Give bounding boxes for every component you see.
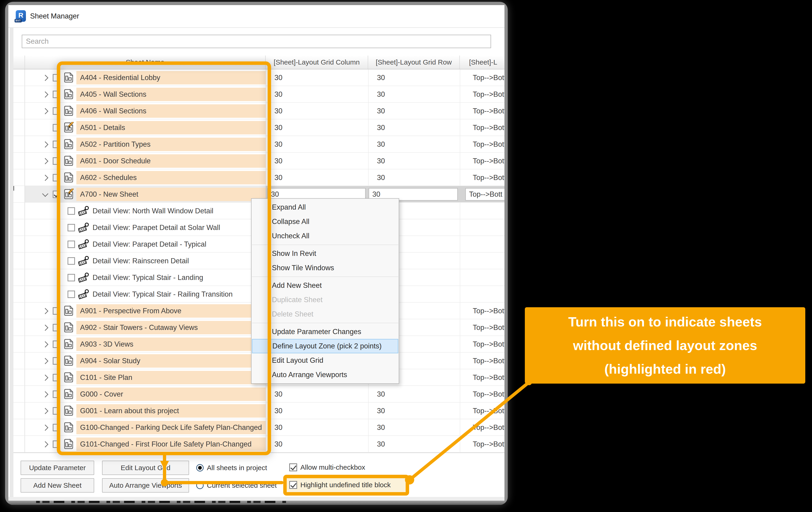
sheet-row[interactable]: G000 - Cover30 30 Top-->Bott (13, 386, 504, 402)
sheet-name-cell[interactable]: A903 - 3D Views (76, 337, 266, 351)
row-checkbox[interactable] (53, 91, 60, 98)
sheet-name: A700 - New Sheet (76, 188, 266, 201)
sheet-name-cell[interactable]: G101-Changed - First Floor Life Safety P… (76, 438, 266, 451)
chevron-right-icon[interactable] (42, 158, 48, 164)
radio-all-sheets[interactable]: All sheets in project (196, 464, 267, 472)
sheet-row[interactable]: A405 - Wall Sections30 30 Top-->Bott (13, 86, 504, 103)
row-checkbox[interactable] (53, 407, 60, 415)
sheet-row[interactable]: A601 - Door Schedule30 30 Top-->Bott (13, 153, 504, 169)
chevron-right-icon[interactable] (42, 141, 48, 148)
sheet-row[interactable]: G001 - Learn about this project30 30 Top… (13, 402, 504, 419)
header-layout-grid-row[interactable]: [Sheet]-Layout Grid Row (368, 56, 460, 69)
checkbox-highlight-undefined[interactable]: Highlight undefined title block (289, 481, 390, 489)
row-checkbox[interactable] (53, 374, 60, 381)
sheet-name-cell[interactable]: A404 - Residential Lobby (76, 71, 266, 85)
update-parameter-button[interactable]: Update Parameter (21, 461, 94, 475)
row-checkbox[interactable] (53, 174, 60, 181)
menu-item-auto-arrange-viewports[interactable]: Auto Arrange Viewports (252, 368, 399, 382)
row-checkbox[interactable] (53, 441, 60, 448)
sheet-name-cell[interactable]: A902 - Stair Towers - Cutaway Views (76, 321, 266, 334)
search-input[interactable]: Search (22, 35, 491, 48)
menu-item-update-parameter-changes[interactable]: Update Parameter Changes (252, 325, 399, 339)
chevron-right-icon[interactable] (42, 75, 48, 81)
chevron-right-icon[interactable] (42, 408, 48, 414)
row-checkbox[interactable] (53, 424, 60, 431)
chevron-right-icon[interactable] (42, 441, 48, 447)
edit-layout-grid-button[interactable]: Edit Layout Grid (102, 461, 189, 475)
header-sheet-name[interactable]: Sheet Name (25, 56, 266, 69)
radio-icon[interactable] (196, 464, 204, 472)
sheet-row[interactable]: A404 - Residential Lobby30 30 Top-->Bott (13, 69, 504, 86)
sheet-name-cell[interactable]: G001 - Learn about this project (76, 404, 266, 418)
sheet-name-cell[interactable]: A406 - Wall Sections (76, 104, 266, 118)
chevron-right-icon[interactable] (42, 91, 48, 98)
row-checkbox[interactable] (53, 357, 60, 365)
row-checkbox[interactable] (53, 307, 60, 315)
sheet-row[interactable]: G100-Changed - Parking Deck Life Safety … (13, 419, 504, 436)
row-checkbox[interactable] (53, 141, 60, 148)
chevron-right-icon[interactable] (42, 374, 48, 381)
row-checkbox[interactable] (67, 224, 75, 231)
auto-arrange-viewports-button[interactable]: Auto Arrange Viewports (102, 478, 189, 492)
row-checkbox[interactable] (53, 124, 60, 131)
menu-item-expand-all[interactable]: Expand All (252, 200, 399, 214)
row-checkbox[interactable] (67, 274, 75, 281)
row-checkbox[interactable] (53, 340, 60, 348)
chevron-right-icon[interactable] (42, 358, 48, 364)
menu-item-collapse-all[interactable]: Collapse All (252, 214, 399, 229)
sheet-name-cell[interactable]: A901 - Perspective From Above (76, 304, 266, 318)
sheet-row[interactable]: A406 - Wall Sections30 30 Top-->Bott (13, 103, 504, 119)
sheet-name-cell[interactable]: C101 - Site Plan (76, 371, 266, 384)
checkbox-allow-multi[interactable]: Allow multi-checkbox (289, 463, 365, 471)
sheet-name-cell[interactable]: A602 - Schedules (76, 171, 266, 184)
row-checkbox[interactable] (53, 107, 60, 115)
chevron-right-icon[interactable] (42, 108, 48, 114)
chevron-right-icon[interactable] (42, 325, 48, 331)
menu-item-uncheck-all[interactable]: Uncheck All (252, 229, 399, 243)
row-checkbox[interactable] (67, 241, 75, 248)
menu-item-show-tile-windows[interactable]: Show Tile Windows (252, 261, 399, 275)
sheet-name-cell[interactable]: G100-Changed - Parking Deck Life Safety … (76, 421, 266, 434)
sheet-icon (63, 439, 74, 450)
menu-item-show-in-revit[interactable]: Show In Revit (252, 246, 399, 261)
menu-item-add-new-sheet[interactable]: Add New Sheet (252, 278, 399, 293)
row-checkbox[interactable] (53, 74, 60, 82)
header-layout-truncated[interactable]: [Sheet]-L (460, 56, 504, 69)
sheet-name-cell[interactable]: A904 - Solar Study (76, 354, 266, 368)
chevron-right-icon[interactable] (42, 341, 48, 348)
row-indicator-cell (13, 103, 25, 119)
checkbox-icon[interactable] (289, 481, 297, 489)
chevron-right-icon[interactable] (42, 175, 48, 181)
chevron-right-icon[interactable] (42, 308, 48, 314)
row-checkbox[interactable] (53, 191, 60, 198)
sheet-name-cell[interactable]: A700 - New Sheet (76, 188, 266, 201)
header-layout-grid-column[interactable]: [Sheet]-Layout Grid Column (266, 56, 368, 69)
row-checkbox[interactable] (67, 291, 75, 298)
chevron-right-icon[interactable] (42, 425, 48, 431)
sheet-name-cell[interactable]: A501 - Details (76, 121, 266, 134)
chevron-right-icon[interactable] (42, 391, 48, 397)
sheet-row[interactable]: G101-Changed - First Floor Life Safety P… (13, 436, 504, 453)
row-checkbox[interactable] (67, 257, 75, 265)
grid-order-value: Top-->Bott (473, 136, 504, 153)
sheet-row[interactable]: A602 - Schedules30 30 Top-->Bott (13, 169, 504, 186)
row-checkbox[interactable] (53, 324, 60, 331)
add-new-sheet-button[interactable]: Add New Sheet (21, 478, 94, 492)
radio-current-selected[interactable]: Current selected sheet (196, 481, 277, 489)
row-checkbox[interactable] (53, 391, 60, 398)
sheet-name-cell[interactable]: A601 - Door Schedule (76, 154, 266, 168)
grid-order-input[interactable]: Top-->Bott (465, 188, 504, 201)
row-checkbox[interactable] (67, 207, 75, 215)
menu-item-duplicate-sheet: Duplicate Sheet (252, 293, 399, 307)
radio-icon[interactable] (196, 482, 204, 489)
menu-item-edit-layout-grid[interactable]: Edit Layout Grid (252, 353, 399, 368)
sheet-name-cell[interactable]: G000 - Cover (76, 388, 266, 401)
sheet-row[interactable]: A501 - Details30 30 Top-->Bott (13, 119, 504, 136)
row-checkbox[interactable] (53, 157, 60, 165)
sheet-name-cell[interactable]: A502 - Partition Types (76, 138, 266, 151)
menu-item-define-layout-zone-pick-2-points[interactable]: Define Layout Zone (pick 2 points) (252, 339, 398, 353)
menu-separator (252, 276, 398, 277)
checkbox-icon[interactable] (289, 463, 297, 471)
sheet-name-cell[interactable]: A405 - Wall Sections (76, 88, 266, 101)
sheet-row[interactable]: A502 - Partition Types30 30 Top-->Bott (13, 136, 504, 153)
